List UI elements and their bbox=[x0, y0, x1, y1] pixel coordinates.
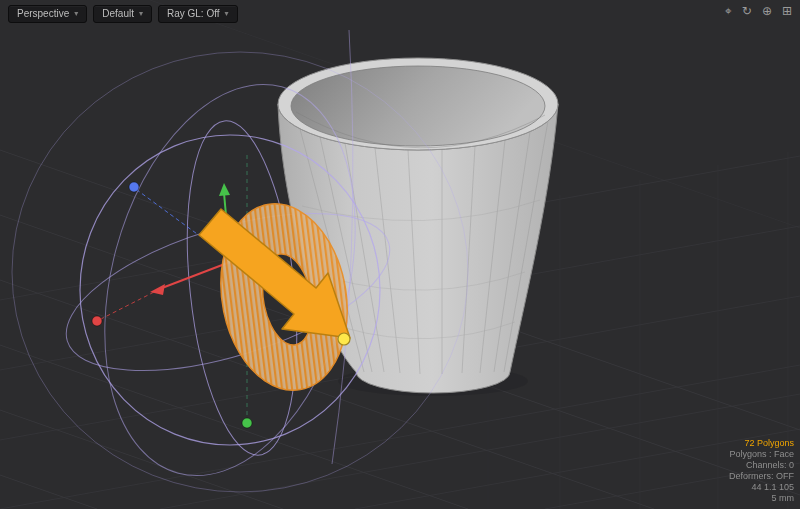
status-readout: 72 Polygons Polygons : Face Channels: 0 … bbox=[729, 438, 794, 504]
handle-green bbox=[242, 418, 252, 428]
axis-x-dashed bbox=[99, 289, 160, 320]
stats-readout: 44 1.1 105 bbox=[751, 482, 794, 493]
3d-viewport[interactable]: Perspective ▾ Default ▾ Ray GL: Off ▾ ⌖ … bbox=[0, 0, 800, 509]
axis-y-arrowhead bbox=[219, 183, 230, 196]
chevron-down-icon: ▾ bbox=[139, 8, 143, 20]
grid-size: 5 mm bbox=[772, 493, 795, 504]
raygl-button[interactable]: Ray GL: Off ▾ bbox=[158, 5, 238, 23]
handle-yellow[interactable] bbox=[338, 333, 350, 345]
view-controls: ⌖ ↻ ⊕ ⊞ bbox=[725, 4, 792, 18]
view-type-button[interactable]: Perspective ▾ bbox=[8, 5, 87, 23]
target-icon[interactable]: ⌖ bbox=[725, 4, 732, 18]
channels-status: Channels: 0 bbox=[746, 460, 794, 471]
orbit-icon[interactable]: ↻ bbox=[742, 4, 752, 18]
shading-style-button[interactable]: Default ▾ bbox=[93, 5, 152, 23]
chevron-down-icon: ▾ bbox=[74, 8, 78, 20]
maximize-icon[interactable]: ⊞ bbox=[782, 4, 792, 18]
shading-style-label: Default bbox=[102, 8, 134, 20]
selection-mode: Polygons : Face bbox=[729, 449, 794, 460]
handle-blue bbox=[129, 182, 139, 192]
deformers-status: Deformers: OFF bbox=[729, 471, 794, 482]
viewport-canvas[interactable] bbox=[0, 0, 800, 509]
selection-count: 72 Polygons bbox=[744, 438, 794, 449]
view-type-label: Perspective bbox=[17, 8, 69, 20]
raygl-label: Ray GL: Off bbox=[167, 8, 220, 20]
viewport-header: Perspective ▾ Default ▾ Ray GL: Off ▾ bbox=[8, 5, 238, 23]
handle-red bbox=[92, 316, 102, 326]
zoom-icon[interactable]: ⊕ bbox=[762, 4, 772, 18]
chevron-down-icon: ▾ bbox=[225, 8, 229, 20]
